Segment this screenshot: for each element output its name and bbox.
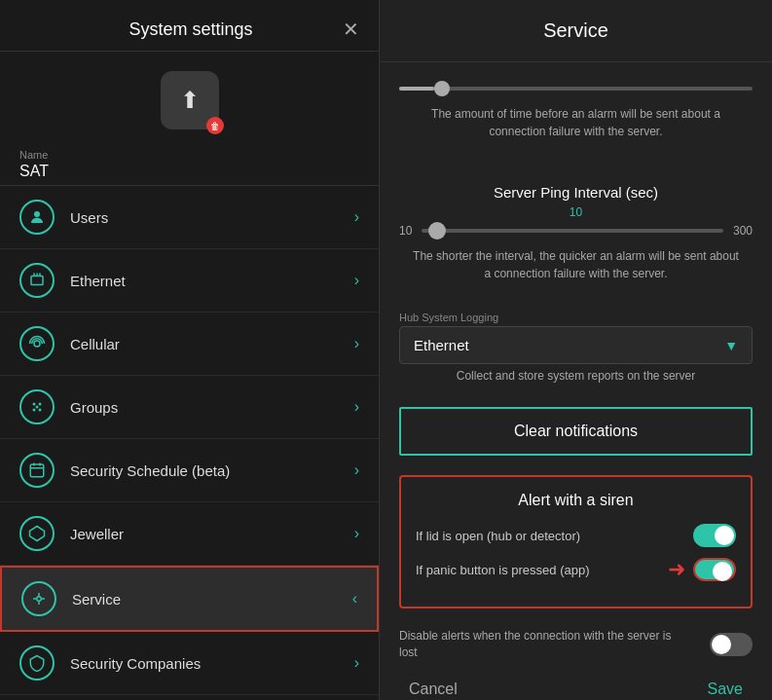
svg-point-5 — [34, 341, 40, 347]
alarm-slider-filled — [399, 87, 434, 91]
sidebar-item-label: Service — [72, 591, 352, 608]
sidebar-item-groups[interactable]: Groups › — [0, 376, 379, 439]
svg-point-7 — [39, 403, 42, 406]
chevron-right-icon: › — [354, 335, 359, 352]
sidebar-item-label: Groups — [70, 399, 354, 416]
panic-toggle-thumb — [713, 562, 732, 581]
lid-toggle[interactable] — [693, 524, 736, 547]
sidebar-item-users[interactable]: Users › — [0, 186, 379, 249]
alarm-slider-thumb[interactable] — [434, 81, 450, 96]
disable-alerts-label: Disable alerts when the connection with … — [399, 628, 710, 661]
ping-current-val: 10 — [399, 205, 753, 219]
ping-min-label: 10 — [399, 224, 412, 238]
disable-alerts-thumb — [712, 635, 731, 654]
chevron-right-icon: › — [354, 398, 359, 416]
sidebar-item-ethernet[interactable]: Ethernet › — [0, 249, 379, 313]
ping-slider-row: 10 300 — [399, 224, 753, 238]
security-schedule-icon — [19, 453, 55, 488]
hub-logging-section: Hub System Logging Ethernet ▼ Collect an… — [380, 302, 772, 397]
jeweller-icon — [19, 516, 55, 551]
disable-alerts-toggle[interactable] — [710, 633, 753, 656]
name-section: Name SAT — [0, 139, 379, 186]
ping-label: Server Ping Interval (sec) — [399, 184, 753, 201]
upload-icon: ⬆ — [180, 87, 200, 114]
collect-text: Collect and store system reports on the … — [399, 364, 753, 387]
panic-right-area: ➜ — [668, 557, 736, 582]
sidebar-item-monitoring-station[interactable]: Monitoring Station › — [0, 695, 379, 700]
disable-alerts-section: Disable alerts when the connection with … — [380, 618, 772, 671]
svg-point-6 — [33, 403, 36, 406]
chevron-left-icon: ‹ — [352, 590, 357, 608]
sidebar-item-label: Security Schedule (beta) — [70, 462, 354, 479]
hub-logging-value: Ethernet — [414, 337, 469, 353]
chevron-right-icon: › — [354, 461, 359, 479]
security-companies-icon — [19, 645, 55, 681]
users-icon — [19, 200, 55, 235]
chevron-right-icon: › — [354, 208, 359, 226]
svg-point-9 — [39, 409, 42, 412]
panic-toggle[interactable] — [693, 558, 736, 581]
svg-point-10 — [36, 406, 39, 409]
svg-point-0 — [34, 211, 40, 217]
avatar[interactable]: ⬆ 🗑 — [161, 71, 219, 129]
lid-toggle-label: If lid is open (hub or detector) — [416, 529, 693, 543]
right-panel-title: Service — [543, 19, 608, 41]
cancel-button[interactable]: Cancel — [409, 681, 458, 698]
svg-marker-15 — [30, 527, 45, 541]
svg-rect-1 — [31, 276, 43, 285]
ping-max-label: 300 — [733, 224, 753, 238]
ping-info-text: The shorter the interval, the quicker an… — [399, 242, 753, 287]
close-button[interactable]: ✕ — [343, 18, 359, 41]
right-header: Service — [380, 0, 772, 62]
sidebar-item-label: Ethernet — [70, 273, 354, 289]
arrow-indicator-icon: ➜ — [668, 557, 685, 582]
avatar-area: ⬆ 🗑 — [0, 52, 379, 139]
sidebar-item-label: Jeweller — [70, 526, 354, 542]
sidebar-item-cellular[interactable]: Cellular › — [0, 313, 379, 376]
chevron-right-icon: › — [354, 654, 359, 672]
sidebar-item-security-schedule[interactable]: Security Schedule (beta) › — [0, 439, 379, 502]
alert-section: Alert with a siren If lid is open (hub o… — [399, 475, 753, 608]
lid-toggle-thumb — [715, 526, 734, 545]
groups-icon — [19, 389, 55, 424]
svg-point-8 — [33, 409, 36, 412]
ping-slider-track[interactable] — [422, 229, 723, 233]
cellular-icon — [19, 326, 55, 361]
footer-buttons: Cancel Save — [380, 671, 772, 700]
sidebar-item-service[interactable]: Service ‹ — [0, 566, 379, 632]
hub-logging-label: Hub System Logging — [399, 312, 753, 323]
nav-list: Users › Ethernet › Cellular › Groups › — [0, 186, 379, 700]
left-panel: System settings ✕ ⬆ 🗑 Name SAT Users › E… — [0, 0, 380, 700]
panic-toggle-label: If panic button is pressed (app) — [416, 563, 668, 577]
ping-section: Server Ping Interval (sec) 10 10 300 The… — [380, 160, 772, 302]
sidebar-item-security-companies[interactable]: Security Companies › — [0, 632, 379, 695]
hub-logging-dropdown[interactable]: Ethernet ▼ — [399, 326, 753, 364]
right-panel: Service The amount of time before an ala… — [380, 0, 772, 700]
lid-toggle-row: If lid is open (hub or detector) — [416, 524, 736, 547]
sidebar-item-label: Users — [70, 209, 354, 226]
sidebar-item-label: Cellular — [70, 336, 354, 352]
panel-title: System settings — [39, 19, 343, 40]
panel-header: System settings ✕ — [0, 0, 379, 52]
ping-slider-thumb[interactable] — [428, 222, 446, 239]
alert-title: Alert with a siren — [416, 492, 736, 509]
chevron-right-icon: › — [354, 525, 359, 542]
sidebar-item-label: Security Companies — [70, 655, 354, 672]
service-icon — [21, 581, 56, 616]
alarm-slider-section: The amount of time before an alarm will … — [380, 62, 772, 160]
sidebar-item-jeweller[interactable]: Jeweller › — [0, 502, 379, 566]
alarm-info-text: The amount of time before an alarm will … — [399, 100, 753, 145]
clear-notifications-button[interactable]: Clear notifications — [399, 407, 753, 456]
ethernet-icon — [19, 263, 55, 298]
dropdown-arrow-icon: ▼ — [724, 338, 738, 353]
name-value: SAT — [19, 163, 359, 180]
name-label: Name — [19, 149, 359, 161]
panic-toggle-row: If panic button is pressed (app) ➜ — [416, 557, 736, 582]
chevron-right-icon: › — [354, 272, 359, 289]
svg-rect-11 — [30, 464, 44, 477]
save-button[interactable]: Save — [708, 681, 743, 698]
delete-badge[interactable]: 🗑 — [206, 117, 224, 134]
svg-point-16 — [37, 597, 42, 602]
alarm-slider-track[interactable] — [399, 87, 753, 91]
